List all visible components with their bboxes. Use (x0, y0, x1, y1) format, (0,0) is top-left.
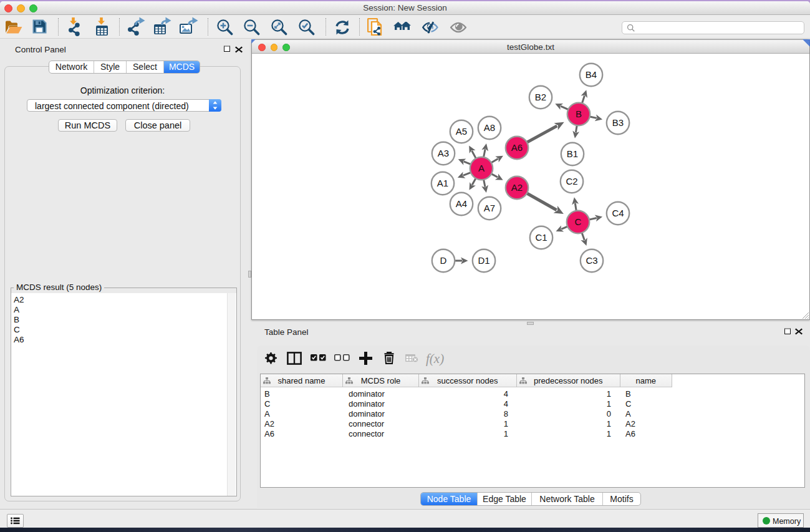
svg-text:A5: A5 (456, 126, 467, 137)
svg-text:A7: A7 (484, 203, 495, 213)
svg-text:B3: B3 (612, 117, 624, 128)
svg-text:C: C (575, 216, 582, 227)
svg-text:C3: C3 (586, 255, 597, 266)
svg-text:D: D (440, 255, 447, 266)
svg-text:B: B (576, 109, 582, 119)
svg-text:C1: C1 (535, 232, 547, 243)
svg-text:B1: B1 (567, 148, 578, 159)
svg-text:B2: B2 (535, 92, 546, 102)
svg-text:C2: C2 (566, 176, 577, 186)
svg-text:C4: C4 (612, 208, 624, 218)
svg-text:A6: A6 (511, 142, 523, 153)
svg-text:B4: B4 (586, 69, 597, 80)
svg-text:A8: A8 (484, 122, 495, 133)
svg-text:A: A (478, 163, 485, 173)
svg-text:A3: A3 (438, 148, 449, 158)
svg-text:A4: A4 (456, 198, 467, 209)
svg-text:A1: A1 (437, 178, 448, 188)
svg-text:D1: D1 (478, 255, 489, 266)
svg-text:A2: A2 (511, 182, 523, 193)
